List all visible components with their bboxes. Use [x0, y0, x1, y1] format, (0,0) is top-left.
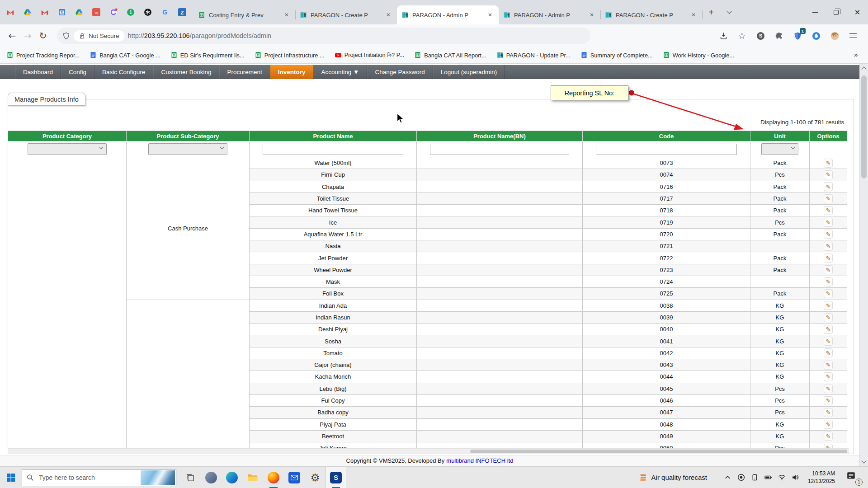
- filter-select-product-category[interactable]: [28, 143, 107, 155]
- drive-icon[interactable]: [21, 5, 34, 19]
- tray-chevron-up-icon[interactable]: [724, 474, 731, 481]
- browser-tab[interactable]: Costing Entry & Prev✕: [193, 5, 295, 24]
- browser-tab[interactable]: PARAGON - Admin P✕: [499, 5, 600, 24]
- nav-item-change-password[interactable]: Change Password: [367, 65, 433, 79]
- chatgpt-icon[interactable]: [141, 5, 155, 19]
- start-button[interactable]: [0, 467, 22, 488]
- tray-phone-icon[interactable]: [751, 474, 759, 481]
- bookmark-item[interactable]: Bangla CAT - Google ...: [90, 52, 160, 59]
- edit-pencil-icon[interactable]: ✎: [824, 182, 833, 191]
- app-icon-people[interactable]: [201, 467, 222, 488]
- window-close-button[interactable]: ✕: [847, 0, 868, 24]
- edit-pencil-icon[interactable]: ✎: [824, 325, 833, 334]
- column-header[interactable]: Unit: [750, 131, 810, 141]
- scroll-up-icon[interactable]: [861, 66, 866, 71]
- nav-item-procurement[interactable]: Procurement: [219, 65, 270, 79]
- edit-pencil-icon[interactable]: ✎: [824, 159, 833, 168]
- nav-item-customer-booking[interactable]: Customer Booking: [153, 65, 219, 79]
- forward-button[interactable]: →: [20, 28, 35, 43]
- gmail-icon[interactable]: [38, 5, 52, 19]
- column-header[interactable]: Product Sub-Category: [127, 131, 250, 141]
- horizontal-scrollbar-thumb[interactable]: [470, 450, 847, 453]
- notify-one-icon[interactable]: 1: [124, 5, 137, 19]
- bookmarks-overflow-icon[interactable]: »: [854, 51, 862, 59]
- edit-pencil-icon[interactable]: ✎: [824, 313, 833, 322]
- edit-pencil-icon[interactable]: ✎: [824, 206, 833, 215]
- edit-pencil-icon[interactable]: ✎: [824, 242, 833, 251]
- drop-extension-icon[interactable]: [810, 30, 822, 42]
- google-icon[interactable]: G: [158, 5, 172, 19]
- extensions-puzzle-icon[interactable]: [773, 30, 785, 42]
- file-explorer-icon[interactable]: [242, 467, 263, 488]
- nav-item-config[interactable]: Config: [61, 65, 94, 79]
- column-header[interactable]: Product Category: [8, 131, 127, 141]
- mail-app-icon[interactable]: [284, 467, 305, 488]
- bookmark-item[interactable]: ED Sir's Requirment lis...: [170, 52, 245, 59]
- edit-pencil-icon[interactable]: ✎: [824, 337, 833, 346]
- edit-pencil-icon[interactable]: ✎: [824, 420, 833, 429]
- column-header[interactable]: Options: [810, 131, 847, 141]
- vertical-scrollbar[interactable]: [859, 64, 868, 466]
- browser-tab[interactable]: PARAGON - Create P✕: [295, 5, 397, 24]
- column-header[interactable]: Product Name: [250, 131, 417, 141]
- drive-icon[interactable]: [72, 5, 86, 19]
- tab-list-button[interactable]: [722, 5, 736, 19]
- edit-pencil-icon[interactable]: ✎: [824, 218, 833, 227]
- edit-pencil-icon[interactable]: ✎: [824, 277, 833, 286]
- save-page-icon[interactable]: [717, 30, 729, 42]
- window-restore-button[interactable]: [826, 0, 847, 24]
- calendar-icon[interactable]: 31: [55, 5, 69, 19]
- tray-volume-icon[interactable]: [792, 474, 799, 481]
- developer-link[interactable]: multibrand INFOTECH ltd: [446, 457, 513, 464]
- bookmark-star-icon[interactable]: ☆: [736, 30, 748, 42]
- gmail-icon[interactable]: [4, 5, 17, 19]
- edge-icon[interactable]: [222, 467, 242, 488]
- tab-close-icon[interactable]: ✕: [486, 11, 494, 19]
- tab-close-icon[interactable]: ✕: [689, 11, 698, 19]
- weather-widget[interactable]: Air quality forecast: [638, 473, 707, 482]
- edit-pencil-icon[interactable]: ✎: [824, 361, 833, 370]
- horizontal-scrollbar[interactable]: [8, 448, 849, 454]
- bookmark-item[interactable]: Work History - Google...: [663, 52, 734, 59]
- taskbar-search[interactable]: [22, 469, 176, 486]
- edit-pencil-icon[interactable]: ✎: [824, 396, 833, 405]
- tab-close-icon[interactable]: ✕: [283, 11, 291, 19]
- nav-item-accounting[interactable]: Accounting ▼: [314, 65, 368, 79]
- edit-pencil-icon[interactable]: ✎: [824, 348, 833, 357]
- settings-gear-icon[interactable]: ⚙: [305, 467, 326, 488]
- scroll-down-icon[interactable]: [861, 458, 866, 463]
- edit-pencil-icon[interactable]: ✎: [824, 170, 833, 179]
- filter-select-unit[interactable]: [761, 143, 798, 155]
- bookmark-item[interactable]: Project Infrastructure ...: [255, 52, 325, 59]
- security-chip[interactable]: Not Secure: [74, 30, 124, 42]
- c-app-icon[interactable]: [107, 5, 120, 19]
- notification-center-icon[interactable]: 1: [846, 471, 862, 484]
- reload-button[interactable]: ↻: [35, 28, 51, 43]
- tray-wifi-icon[interactable]: [778, 474, 786, 481]
- filter-select-product-sub-category[interactable]: [148, 143, 227, 155]
- address-bar[interactable]: Not Secure http://203.95.220.106/paragon…: [57, 28, 590, 44]
- nav-item-dashboard[interactable]: Dashboard: [15, 65, 61, 79]
- tab-close-icon[interactable]: ✕: [384, 11, 392, 19]
- edit-pencil-icon[interactable]: ✎: [824, 372, 833, 381]
- tray-record-icon[interactable]: [737, 474, 745, 481]
- edit-pencil-icon[interactable]: ✎: [824, 432, 833, 441]
- edit-pencil-icon[interactable]: ✎: [824, 289, 833, 298]
- filter-input-code[interactable]: [596, 144, 736, 155]
- task-view-icon[interactable]: [180, 467, 201, 488]
- search-highlight-image[interactable]: [141, 470, 175, 485]
- bangla-app-icon[interactable]: অ: [90, 5, 103, 19]
- edit-pencil-icon[interactable]: ✎: [824, 408, 833, 417]
- edit-pencil-icon[interactable]: ✎: [824, 301, 833, 310]
- bookmark-item[interactable]: Project Tracking Repor...: [6, 52, 80, 59]
- filter-input-product-name[interactable]: [263, 144, 403, 155]
- edit-pencil-icon[interactable]: ✎: [824, 253, 833, 263]
- bookmark-item[interactable]: PARAGON - Update Pr...: [496, 52, 571, 59]
- profile-avatar[interactable]: [829, 30, 840, 42]
- menu-icon[interactable]: [847, 30, 859, 42]
- column-header[interactable]: Product Name(BN): [417, 131, 583, 141]
- nav-item-logout-superadmin[interactable]: Logout (superadmin): [433, 65, 505, 79]
- bookmark-item[interactable]: Summary of Complete...: [580, 52, 653, 59]
- nav-item-inventory[interactable]: Inventory: [270, 65, 314, 79]
- taskbar-clock[interactable]: 10:53 AM 12/13/2025: [808, 470, 835, 484]
